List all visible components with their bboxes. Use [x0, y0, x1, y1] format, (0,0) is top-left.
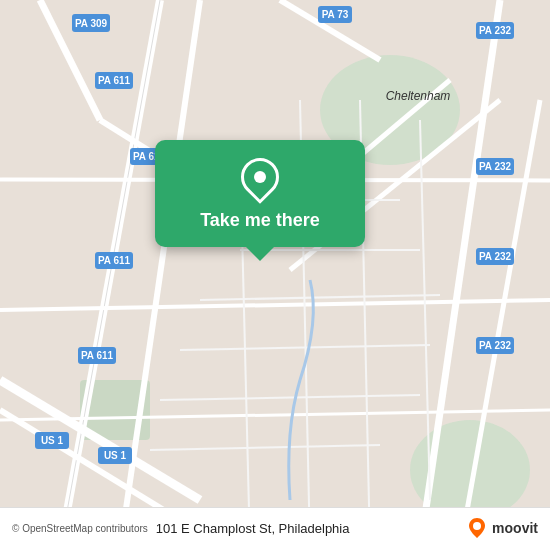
svg-text:PA 232: PA 232: [479, 25, 512, 36]
svg-text:PA 232: PA 232: [479, 340, 512, 351]
svg-text:PA 232: PA 232: [479, 251, 512, 262]
svg-line-23: [160, 395, 420, 400]
svg-text:US 1: US 1: [41, 435, 64, 446]
moovit-icon: [465, 516, 489, 540]
svg-text:PA 232: PA 232: [479, 161, 512, 172]
tooltip-arrow: [246, 247, 274, 261]
svg-text:PA 611: PA 611: [81, 350, 114, 361]
svg-line-16: [0, 300, 550, 310]
moovit-text: moovit: [492, 520, 538, 536]
navigation-tooltip[interactable]: Take me there: [155, 140, 365, 247]
pin-dot: [254, 171, 266, 183]
osm-attribution: © OpenStreetMap contributors: [12, 523, 148, 534]
road-label-pa309: PA 309: [75, 18, 108, 29]
location-pin: [233, 150, 287, 204]
map-roads: PA 309 PA 73 PA 232 PA 611 Cheltenham PA…: [0, 0, 550, 550]
svg-text:Cheltenham: Cheltenham: [386, 89, 451, 103]
svg-line-24: [150, 445, 380, 450]
tooltip-label[interactable]: Take me there: [200, 210, 320, 231]
map-container: PA 309 PA 73 PA 232 PA 611 Cheltenham PA…: [0, 0, 550, 550]
svg-line-21: [200, 295, 440, 300]
svg-text:PA 611: PA 611: [98, 255, 131, 266]
bottom-bar: © OpenStreetMap contributors 101 E Champ…: [0, 507, 550, 550]
svg-text:PA 611: PA 611: [98, 75, 131, 86]
svg-text:US 1: US 1: [104, 450, 127, 461]
moovit-logo: moovit: [465, 516, 538, 540]
svg-text:PA 73: PA 73: [322, 9, 349, 20]
address-label: 101 E Champlost St, Philadelphia: [156, 521, 457, 536]
svg-point-53: [473, 522, 481, 530]
